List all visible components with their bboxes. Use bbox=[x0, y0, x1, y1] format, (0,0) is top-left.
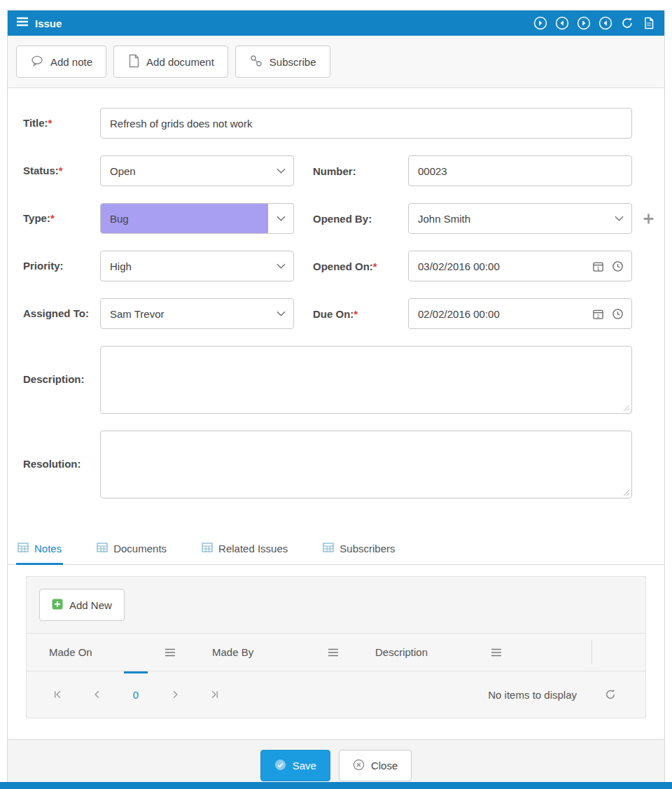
grid-icon bbox=[323, 542, 334, 555]
nav-prev-icon[interactable] bbox=[555, 16, 569, 30]
status-dropdown[interactable]: Open bbox=[100, 155, 294, 186]
issue-window: Issue Ad bbox=[7, 10, 665, 789]
column-header-description[interactable]: Description bbox=[353, 634, 516, 671]
tab-related-issues[interactable]: Related Issues bbox=[200, 535, 289, 564]
link-icon bbox=[249, 54, 263, 70]
issue-form: Title:* Status:* Open Number: Type:* Bug bbox=[8, 88, 664, 519]
record-toolbar: Add note Add document Subscribe bbox=[8, 36, 664, 88]
nav-forward-icon[interactable] bbox=[577, 16, 591, 30]
close-label: Close bbox=[371, 760, 398, 771]
opened-by-dropdown[interactable]: John Smith bbox=[408, 203, 632, 234]
notes-grid: Add New Made On Made By Description bbox=[26, 576, 646, 718]
clock-icon[interactable] bbox=[612, 260, 624, 272]
subscribe-button[interactable]: Subscribe bbox=[235, 46, 330, 78]
save-label: Save bbox=[293, 760, 316, 771]
document-icon bbox=[127, 54, 140, 70]
column-menu-icon[interactable] bbox=[162, 645, 178, 659]
priority-label: Priority: bbox=[16, 259, 100, 273]
calendar-icon[interactable]: 1 bbox=[592, 260, 604, 272]
status-value: Open bbox=[101, 156, 268, 186]
title-row: Title:* bbox=[16, 108, 632, 139]
tab-subscribers-label: Subscribers bbox=[340, 543, 395, 554]
due-on-picker[interactable]: 02/02/2016 00:00 1 bbox=[408, 298, 632, 329]
svg-text:1: 1 bbox=[596, 265, 599, 271]
window-title: Issue bbox=[35, 18, 62, 29]
pager-next-icon[interactable] bbox=[155, 671, 195, 718]
description-textarea[interactable] bbox=[100, 346, 632, 414]
title-label: Title:* bbox=[16, 116, 100, 130]
nav-next-icon[interactable] bbox=[533, 16, 547, 30]
close-button[interactable]: Close bbox=[339, 750, 412, 781]
opened-on-picker[interactable]: 03/02/2016 00:00 1 bbox=[408, 251, 632, 281]
title-input[interactable] bbox=[100, 108, 632, 139]
required-mark: * bbox=[59, 165, 63, 176]
add-document-label: Add document bbox=[146, 56, 214, 68]
type-label: Type:* bbox=[16, 211, 100, 225]
grid-toolbar: Add New bbox=[27, 577, 645, 634]
priority-dropdown[interactable]: High bbox=[100, 251, 294, 281]
grid-icon bbox=[202, 542, 213, 555]
column-menu-icon[interactable] bbox=[488, 645, 505, 659]
column-title: Made By bbox=[212, 646, 253, 658]
opened-by-label: Opened By: bbox=[313, 213, 408, 225]
status-number-row: Status:* Open Number: bbox=[16, 155, 632, 186]
chevron-down-icon bbox=[268, 204, 293, 233]
nav-back-icon[interactable] bbox=[598, 16, 612, 30]
pager-first-icon[interactable] bbox=[38, 671, 77, 718]
add-document-button[interactable]: Add document bbox=[113, 46, 228, 78]
subscribe-label: Subscribe bbox=[270, 56, 316, 68]
grid-icon bbox=[18, 542, 29, 555]
number-input[interactable] bbox=[408, 155, 632, 186]
assigned-to-label: Assigned To: bbox=[16, 307, 100, 321]
grid-pager: 0 No items to display bbox=[27, 671, 645, 718]
speech-bubble-icon bbox=[30, 54, 44, 70]
svg-text:1: 1 bbox=[596, 312, 599, 319]
add-new-button[interactable]: Add New bbox=[39, 589, 125, 621]
required-mark: * bbox=[50, 212, 55, 224]
grid-icon bbox=[97, 542, 108, 555]
resolution-textarea[interactable] bbox=[100, 431, 632, 498]
priority-value: High bbox=[101, 251, 268, 281]
detail-tabstrip: Notes Documents Related Issues Subscribe… bbox=[8, 535, 664, 565]
pager-status: No items to display bbox=[488, 689, 577, 701]
calendar-icon[interactable]: 1 bbox=[592, 308, 604, 320]
tab-documents[interactable]: Documents bbox=[95, 535, 168, 564]
pager-prev-icon[interactable] bbox=[77, 671, 116, 718]
tab-notes-label: Notes bbox=[34, 543, 62, 554]
column-menu-icon[interactable] bbox=[325, 645, 342, 659]
tab-notes[interactable]: Notes bbox=[16, 535, 63, 564]
pager-current-page[interactable]: 0 bbox=[116, 671, 155, 718]
description-row: Description: bbox=[16, 346, 632, 414]
due-on-value: 02/02/2016 00:00 bbox=[409, 308, 592, 320]
window-titlebar: Issue bbox=[8, 11, 664, 36]
chevron-down-icon bbox=[268, 251, 293, 281]
assigned-to-value: Sam Trevor bbox=[101, 299, 268, 328]
clock-icon[interactable] bbox=[612, 308, 624, 320]
export-pdf-icon[interactable] bbox=[642, 16, 656, 30]
type-dropdown[interactable]: Bug bbox=[100, 203, 294, 234]
priority-openedon-row: Priority: High Opened On:* 03/02/2016 00… bbox=[16, 251, 632, 281]
tab-subscribers[interactable]: Subscribers bbox=[321, 535, 396, 564]
tab-documents-label: Documents bbox=[113, 543, 167, 554]
column-header-made-on[interactable]: Made On bbox=[27, 634, 190, 671]
save-button[interactable]: Save bbox=[260, 750, 330, 781]
required-mark: * bbox=[354, 308, 358, 320]
pager-last-icon[interactable] bbox=[195, 671, 234, 718]
pager-refresh-icon[interactable] bbox=[596, 671, 624, 718]
add-person-icon[interactable] bbox=[639, 209, 657, 228]
opened-on-value: 03/02/2016 00:00 bbox=[409, 260, 592, 272]
column-title: Description bbox=[375, 646, 428, 658]
description-label: Description: bbox=[16, 372, 100, 386]
number-label: Number: bbox=[313, 165, 408, 177]
column-title: Made On bbox=[49, 646, 92, 658]
column-header-made-by[interactable]: Made By bbox=[190, 634, 353, 671]
add-note-button[interactable]: Add note bbox=[16, 46, 106, 78]
assigned-to-dropdown[interactable]: Sam Trevor bbox=[100, 298, 294, 329]
refresh-icon[interactable] bbox=[620, 16, 634, 30]
type-value: Bug bbox=[101, 204, 268, 233]
required-mark: * bbox=[373, 260, 377, 272]
required-mark: * bbox=[48, 117, 52, 129]
check-circle-icon bbox=[274, 759, 286, 773]
add-new-label: Add New bbox=[69, 599, 112, 611]
resolution-label: Resolution: bbox=[16, 457, 100, 471]
